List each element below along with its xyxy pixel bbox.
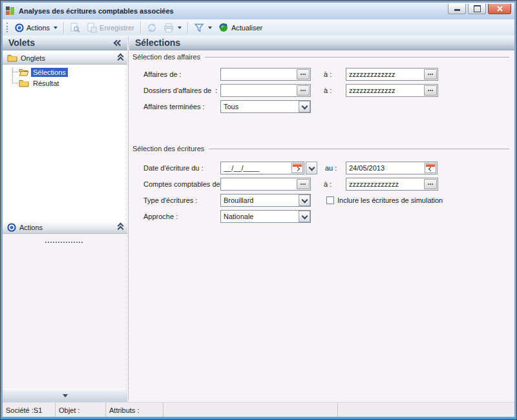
affaires-terminees-label: Affaires terminées : — [143, 100, 205, 113]
sidebar-header: Volets — [3, 36, 127, 50]
funnel-icon — [194, 23, 204, 33]
browse-button[interactable] — [297, 69, 310, 79]
save-button[interactable]: Enregistrer — [83, 21, 138, 34]
actions-group-header[interactable]: Actions — [3, 220, 127, 234]
form-row-comptes: Comptes comptables de : à : zzzzzzzzzzzz… — [129, 178, 514, 191]
browse-button[interactable] — [424, 179, 437, 189]
section-title-affaires: Sélection des affaires — [132, 53, 509, 61]
onglets-group-label: Onglets — [21, 54, 45, 62]
minimize-icon — [454, 9, 460, 11]
actualiser-button[interactable]: Actualiser — [215, 21, 266, 34]
title-bar: Analyses des écritures comptables associ… — [3, 3, 514, 19]
maximize-icon — [474, 5, 481, 12]
calendar-prev-button[interactable] — [425, 163, 436, 173]
browse-button[interactable] — [424, 85, 437, 96]
save-button-label: Enregistrer — [100, 24, 134, 32]
toolbar-separator — [140, 22, 141, 34]
toolbar-separator — [63, 22, 64, 34]
print-button[interactable] — [160, 21, 185, 34]
chevron-down-icon[interactable] — [299, 211, 310, 222]
comptes-a-value[interactable]: zzzzzzzzzzzzzz — [346, 180, 423, 188]
dossiers-a-label: à : — [324, 84, 332, 97]
comptes-de-field[interactable] — [220, 178, 311, 191]
collapse-group-icon[interactable] — [118, 224, 123, 231]
societe-label: Société : — [6, 406, 34, 414]
onglets-group-header[interactable]: Onglets — [3, 51, 127, 65]
chevron-down-icon[interactable] — [299, 101, 310, 112]
affaires-terminees-select[interactable]: Tous — [220, 100, 311, 113]
onglets-tree: Sélections Résultat — [9, 67, 126, 89]
calendar-next-button[interactable] — [291, 163, 303, 173]
close-button[interactable] — [488, 4, 511, 14]
tree-item-label[interactable]: Résultat — [31, 79, 61, 88]
refresh-button[interactable] — [143, 21, 160, 34]
close-icon — [497, 6, 503, 12]
dossiers-a-value[interactable]: zzzzzzzzzzzzz — [346, 87, 423, 94]
tree-item-resultat[interactable]: Résultat — [9, 78, 126, 89]
folder-open-icon — [19, 68, 29, 76]
approche-select[interactable]: Nationale — [220, 210, 311, 223]
sidebar-bottom-collapse-bar[interactable] — [3, 389, 127, 402]
date-au-field[interactable]: 24/05/2013 — [346, 162, 438, 174]
preview-button[interactable] — [67, 21, 83, 34]
attributs-label: Attributs : — [109, 406, 139, 414]
date-du-value[interactable]: __/__/____ — [221, 164, 291, 172]
refresh-arrows-icon — [147, 23, 157, 33]
actions-menu-button[interactable]: Actions — [12, 22, 61, 34]
date-au-label: au : — [325, 162, 337, 174]
simulation-checkbox-label[interactable]: Inclure les écritures de simulation — [337, 194, 443, 207]
chevron-down-icon[interactable] — [299, 194, 310, 206]
actions-group-label: Actions — [19, 224, 43, 231]
status-attributs: Attributs : — [106, 403, 164, 417]
chevron-down-icon — [54, 26, 58, 29]
chevron-left-icon — [428, 167, 432, 171]
main-header: Sélections — [129, 36, 514, 50]
browse-button[interactable] — [297, 85, 310, 96]
simulation-checkbox[interactable] — [326, 196, 334, 204]
form-row-date: Date d'écriture du : __/__/____ au : 24/… — [129, 162, 514, 174]
date-du-dropdown-button[interactable] — [306, 162, 317, 174]
onglets-tree-region: Sélections Résultat — [3, 65, 127, 220]
dossiers-de-field[interactable] — [220, 84, 311, 97]
sidebar-splitter-handle[interactable] — [45, 242, 83, 243]
societe-value: S1 — [34, 406, 42, 414]
collapse-panel-button[interactable] — [115, 41, 121, 45]
dossiers-a-field[interactable]: zzzzzzzzzzzzz — [346, 84, 438, 97]
form-row-terminees: Affaires terminées : Tous — [129, 100, 514, 113]
filter-button[interactable] — [191, 21, 215, 34]
collapse-group-icon[interactable] — [118, 55, 123, 61]
toolbar-separator — [187, 22, 188, 34]
objet-label: Objet : — [59, 406, 79, 414]
minimize-button[interactable] — [448, 4, 466, 14]
folder-icon — [7, 54, 17, 62]
bullseye-icon — [15, 23, 24, 32]
affaires-de-field[interactable] — [220, 68, 311, 81]
tree-item-label[interactable]: Sélections — [31, 68, 68, 77]
type-ecritures-value[interactable]: Brouillard — [221, 196, 299, 204]
document-save-icon — [87, 23, 97, 33]
date-au-value[interactable]: 24/05/2013 — [346, 164, 424, 172]
main-panel: Sélections Sélection des affaires Affair… — [129, 36, 514, 402]
window-title: Analyses des écritures comptables associ… — [19, 7, 174, 15]
app-window: Analyses des écritures comptables associ… — [0, 0, 517, 420]
affaires-terminees-value[interactable]: Tous — [221, 103, 299, 110]
approche-value[interactable]: Nationale — [221, 213, 299, 220]
date-du-field[interactable]: __/__/____ — [220, 162, 304, 174]
status-bar: Société :S1 Objet : Attributs : — [3, 402, 514, 417]
form-row-dossiers: Dossiers d'affaires de : à : zzzzzzzzzzz… — [129, 84, 514, 97]
printer-icon — [164, 23, 174, 33]
maximize-button[interactable] — [468, 4, 486, 14]
affaires-a-field[interactable]: zzzzzzzzzzzzz — [346, 68, 438, 81]
browse-button[interactable] — [297, 179, 310, 189]
section-title-label: Sélection des écritures — [132, 145, 204, 152]
affaires-a-value[interactable]: zzzzzzzzzzzzz — [346, 70, 423, 78]
type-ecritures-select[interactable]: Brouillard — [220, 194, 311, 207]
toolbar-grip[interactable] — [6, 23, 8, 32]
actions-menu-label: Actions — [26, 24, 50, 32]
comptes-a-field[interactable]: zzzzzzzzzzzzzz — [346, 178, 438, 191]
tree-item-selections[interactable]: Sélections — [9, 67, 126, 78]
chevron-right-icon — [295, 167, 299, 171]
status-empty — [338, 403, 514, 417]
chevron-down-icon — [178, 26, 182, 29]
browse-button[interactable] — [424, 69, 437, 79]
